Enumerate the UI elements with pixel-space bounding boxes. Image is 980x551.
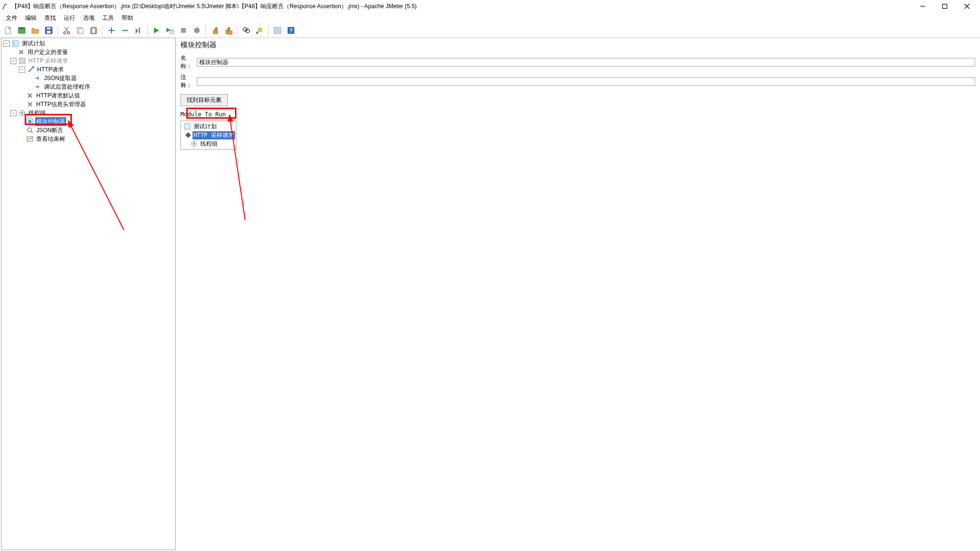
- save-icon[interactable]: [42, 24, 55, 37]
- svg-point-14: [68, 32, 69, 34]
- tree-label: JSON提取器: [43, 74, 78, 83]
- shutdown-icon[interactable]: [191, 24, 203, 37]
- tree-node-user-vars[interactable]: 用户定义的变量: [1, 48, 175, 56]
- tree-label: 线程组: [199, 140, 219, 148]
- test-plan-tree[interactable]: − 测试计划 用户定义的变量 − HTTP 采样请求: [1, 38, 175, 144]
- form-row-name: 名称：: [177, 53, 979, 72]
- module-tree[interactable]: 测试计划 HTTP 采样请求 线程组: [180, 121, 236, 150]
- tree-toggle-icon[interactable]: −: [10, 110, 16, 116]
- svg-rect-7: [18, 28, 25, 29]
- menu-bar: 文件 编辑 查找 运行 选项 工具 帮助: [0, 13, 980, 23]
- content-panel: 模块控制器 名称： 注释： 找到目标元素 Module To Run 测试计划: [177, 38, 979, 550]
- tree-node-module-controller[interactable]: 模块控制器: [1, 117, 175, 126]
- module-tree-plan[interactable]: 测试计划: [182, 122, 235, 131]
- menu-run[interactable]: 运行: [60, 13, 79, 23]
- tree-label: HTTP请求默认值: [35, 91, 81, 100]
- title-bar: 【P48】响应断言（Response Assertion）.jmx (D:\De…: [0, 0, 980, 13]
- panel-title: 模块控制器: [177, 38, 979, 53]
- menu-help[interactable]: 帮助: [118, 13, 137, 23]
- module-controller-icon: [26, 118, 34, 125]
- thread-group-icon: [18, 109, 27, 117]
- find-target-button[interactable]: 找到目标元素: [180, 94, 228, 106]
- open-icon[interactable]: [29, 24, 41, 37]
- tree-node-json-extractor[interactable]: JSON提取器: [1, 74, 175, 83]
- svg-text:?: ?: [290, 28, 293, 33]
- tree-label: JSON断言: [35, 126, 64, 135]
- maximize-button[interactable]: [934, 0, 956, 13]
- name-input[interactable]: [197, 58, 975, 67]
- new-file-icon[interactable]: [2, 24, 14, 37]
- clear-icon[interactable]: [208, 24, 221, 37]
- svg-rect-19: [92, 27, 95, 28]
- collapse-minus-icon[interactable]: [119, 24, 131, 37]
- tree-label: 测试计划: [21, 39, 46, 48]
- svg-rect-1: [943, 4, 947, 9]
- cut-icon[interactable]: [60, 24, 73, 37]
- svg-point-67: [28, 128, 31, 132]
- svg-point-31: [194, 28, 200, 33]
- start-no-timers-icon[interactable]: [164, 24, 176, 37]
- templates-icon[interactable]: [15, 24, 28, 37]
- window-title: 【P48】响应断言（Response Assertion）.jmx (D:\De…: [12, 2, 911, 11]
- svg-rect-16: [79, 28, 83, 34]
- comments-input[interactable]: [197, 77, 975, 86]
- close-button[interactable]: [956, 0, 978, 13]
- tree-label: 查看结果树: [35, 135, 66, 143]
- test-plan-icon: [183, 123, 192, 130]
- module-tree-thread-group[interactable]: 线程组: [182, 139, 235, 148]
- tree-node-http-defaults[interactable]: HTTP请求默认值: [1, 91, 175, 100]
- copy-icon[interactable]: [74, 24, 86, 37]
- tree-node-http-headers[interactable]: HTTP信息头管理器: [1, 100, 175, 109]
- menu-file[interactable]: 文件: [2, 13, 21, 23]
- tree-node-test-plan[interactable]: − 测试计划: [1, 39, 175, 48]
- tree-label: 用户定义的变量: [27, 48, 69, 56]
- tree-toggle-icon[interactable]: −: [10, 58, 16, 64]
- tree-label: 模块控制器: [35, 117, 66, 126]
- help-icon[interactable]: ?: [285, 24, 297, 37]
- svg-rect-9: [47, 31, 51, 33]
- tree-node-http-sampler-disabled[interactable]: − HTTP 采样请求: [1, 56, 175, 65]
- paste-icon[interactable]: [87, 24, 100, 37]
- tree-node-thread-group[interactable]: − 线程组: [1, 109, 175, 117]
- svg-point-60: [21, 112, 23, 114]
- function-helper-icon[interactable]: [271, 24, 284, 37]
- module-tree-http-sampler[interactable]: HTTP 采样请求: [182, 131, 235, 139]
- svg-point-40: [258, 28, 262, 32]
- config-icon: [26, 92, 34, 99]
- reset-search-icon[interactable]: [253, 24, 266, 37]
- menu-search[interactable]: 查找: [41, 13, 60, 23]
- svg-rect-53: [19, 58, 25, 64]
- svg-rect-71: [184, 124, 190, 129]
- tree-node-json-assertion[interactable]: JSON断言: [1, 126, 175, 135]
- tree-label: 测试计划: [193, 123, 218, 131]
- svg-marker-23: [136, 28, 138, 34]
- svg-rect-66: [28, 120, 31, 123]
- config-icon: [26, 100, 34, 108]
- svg-point-50: [14, 44, 14, 45]
- sampler-icon: [27, 66, 35, 73]
- tree-toggle-icon[interactable]: −: [19, 67, 25, 73]
- postprocessor-icon: [33, 83, 42, 91]
- svg-rect-10: [47, 28, 51, 29]
- start-icon[interactable]: [150, 24, 163, 37]
- tree-node-http-request[interactable]: − HTTP请求: [1, 65, 175, 74]
- module-to-run-label: Module To Run: [177, 109, 979, 121]
- search-icon[interactable]: [240, 24, 252, 37]
- tree-label: HTTP 采样请求: [193, 131, 235, 139]
- tree-node-view-results-tree[interactable]: 查看结果树: [1, 135, 175, 143]
- form-row-comments: 注释：: [177, 72, 979, 91]
- svg-marker-72: [185, 132, 191, 138]
- menu-options[interactable]: 选项: [79, 13, 98, 23]
- clear-all-icon[interactable]: [222, 24, 235, 37]
- tree-label: 调试后置处理程序: [43, 83, 91, 91]
- tree-node-debug-postprocessor[interactable]: 调试后置处理程序: [1, 83, 175, 91]
- svg-rect-41: [256, 31, 259, 34]
- menu-tools[interactable]: 工具: [98, 13, 118, 23]
- expand-plus-icon[interactable]: [105, 24, 118, 37]
- minimize-button[interactable]: [911, 0, 934, 13]
- stop-icon[interactable]: [177, 24, 190, 37]
- toggle-icon[interactable]: [132, 24, 145, 37]
- tree-toggle-icon[interactable]: −: [3, 41, 10, 47]
- listener-icon: [26, 135, 34, 143]
- menu-edit[interactable]: 编辑: [21, 13, 41, 23]
